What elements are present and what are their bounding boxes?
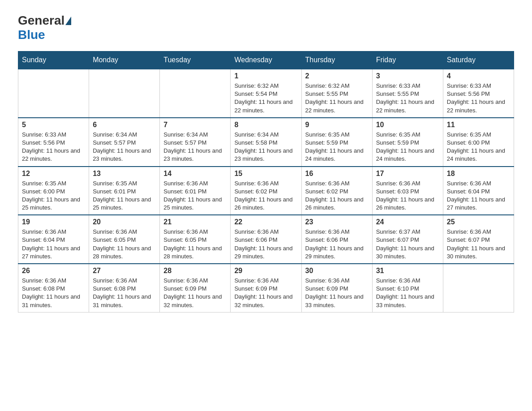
week-row-4: 19Sunrise: 6:36 AM Sunset: 6:04 PM Dayli… — [18, 215, 514, 264]
calendar-cell: 24Sunrise: 6:37 AM Sunset: 6:07 PM Dayli… — [372, 215, 443, 264]
day-number: 30 — [305, 267, 369, 275]
calendar-cell: 3Sunrise: 6:33 AM Sunset: 5:55 PM Daylig… — [372, 69, 443, 118]
day-number: 17 — [376, 170, 439, 178]
calendar-cell: 14Sunrise: 6:36 AM Sunset: 6:01 PM Dayli… — [160, 167, 231, 215]
day-number: 7 — [163, 121, 227, 129]
day-info: Sunrise: 6:34 AM Sunset: 5:57 PM Dayligh… — [93, 131, 156, 163]
calendar-cell: 12Sunrise: 6:35 AM Sunset: 6:00 PM Dayli… — [18, 167, 89, 215]
day-info: Sunrise: 6:35 AM Sunset: 5:59 PM Dayligh… — [376, 131, 439, 163]
page-header: General Blue — [18, 13, 514, 42]
day-info: Sunrise: 6:36 AM Sunset: 6:05 PM Dayligh… — [93, 228, 156, 261]
calendar-cell: 1Sunrise: 6:32 AM Sunset: 5:54 PM Daylig… — [231, 69, 301, 118]
calendar-cell: 22Sunrise: 6:36 AM Sunset: 6:06 PM Dayli… — [231, 215, 301, 264]
week-row-3: 12Sunrise: 6:35 AM Sunset: 6:00 PM Dayli… — [18, 167, 514, 215]
day-info: Sunrise: 6:36 AM Sunset: 6:04 PM Dayligh… — [22, 228, 85, 261]
day-number: 28 — [163, 267, 227, 275]
day-number: 19 — [22, 218, 85, 226]
weekday-header-sunday: Sunday — [18, 51, 89, 69]
calendar-cell: 31Sunrise: 6:36 AM Sunset: 6:10 PM Dayli… — [372, 264, 443, 312]
calendar-cell — [18, 69, 89, 118]
calendar-cell: 4Sunrise: 6:33 AM Sunset: 5:56 PM Daylig… — [443, 69, 514, 118]
calendar-cell: 26Sunrise: 6:36 AM Sunset: 6:08 PM Dayli… — [18, 264, 89, 312]
weekday-header-row: SundayMondayTuesdayWednesdayThursdayFrid… — [18, 51, 514, 69]
day-number: 12 — [22, 170, 85, 178]
calendar-cell: 9Sunrise: 6:35 AM Sunset: 5:59 PM Daylig… — [301, 118, 372, 167]
weekday-header-saturday: Saturday — [443, 51, 514, 69]
calendar-cell: 5Sunrise: 6:33 AM Sunset: 5:56 PM Daylig… — [18, 118, 89, 167]
day-number: 3 — [376, 72, 439, 80]
day-number: 2 — [305, 72, 369, 80]
calendar-cell: 18Sunrise: 6:36 AM Sunset: 6:04 PM Dayli… — [443, 167, 514, 215]
day-number: 20 — [93, 218, 156, 226]
day-info: Sunrise: 6:34 AM Sunset: 5:57 PM Dayligh… — [163, 131, 227, 163]
calendar-cell: 23Sunrise: 6:36 AM Sunset: 6:06 PM Dayli… — [301, 215, 372, 264]
day-number: 15 — [234, 170, 297, 178]
day-number: 11 — [447, 121, 510, 129]
logo-general-text: General — [18, 13, 64, 28]
day-info: Sunrise: 6:34 AM Sunset: 5:58 PM Dayligh… — [234, 131, 297, 163]
calendar-cell: 10Sunrise: 6:35 AM Sunset: 5:59 PM Dayli… — [372, 118, 443, 167]
day-number: 1 — [234, 72, 297, 80]
day-info: Sunrise: 6:32 AM Sunset: 5:55 PM Dayligh… — [305, 82, 369, 115]
calendar-cell: 21Sunrise: 6:36 AM Sunset: 6:05 PM Dayli… — [160, 215, 231, 264]
calendar-cell: 17Sunrise: 6:36 AM Sunset: 6:03 PM Dayli… — [372, 167, 443, 215]
day-number: 13 — [93, 170, 156, 178]
day-number: 4 — [447, 72, 510, 80]
day-info: Sunrise: 6:35 AM Sunset: 6:00 PM Dayligh… — [447, 131, 510, 163]
day-info: Sunrise: 6:36 AM Sunset: 6:01 PM Dayligh… — [163, 180, 227, 212]
day-info: Sunrise: 6:36 AM Sunset: 6:10 PM Dayligh… — [376, 277, 439, 309]
day-info: Sunrise: 6:37 AM Sunset: 6:07 PM Dayligh… — [376, 228, 439, 261]
day-info: Sunrise: 6:36 AM Sunset: 6:06 PM Dayligh… — [305, 228, 369, 261]
day-number: 22 — [234, 218, 297, 226]
day-number: 26 — [22, 267, 85, 275]
day-number: 5 — [22, 121, 85, 129]
calendar-cell — [160, 69, 231, 118]
weekday-header-friday: Friday — [372, 51, 443, 69]
calendar-cell: 27Sunrise: 6:36 AM Sunset: 6:08 PM Dayli… — [89, 264, 160, 312]
day-number: 16 — [305, 170, 369, 178]
day-info: Sunrise: 6:36 AM Sunset: 6:08 PM Dayligh… — [22, 277, 85, 309]
calendar-cell: 30Sunrise: 6:36 AM Sunset: 6:09 PM Dayli… — [301, 264, 372, 312]
day-info: Sunrise: 6:36 AM Sunset: 6:09 PM Dayligh… — [234, 277, 297, 309]
calendar-cell: 28Sunrise: 6:36 AM Sunset: 6:09 PM Dayli… — [160, 264, 231, 312]
day-info: Sunrise: 6:32 AM Sunset: 5:54 PM Dayligh… — [234, 82, 297, 115]
calendar-cell: 6Sunrise: 6:34 AM Sunset: 5:57 PM Daylig… — [89, 118, 160, 167]
weekday-header-thursday: Thursday — [301, 51, 372, 69]
day-number: 27 — [93, 267, 156, 275]
day-info: Sunrise: 6:36 AM Sunset: 6:05 PM Dayligh… — [163, 228, 227, 261]
day-info: Sunrise: 6:33 AM Sunset: 5:56 PM Dayligh… — [447, 82, 510, 115]
calendar-cell: 11Sunrise: 6:35 AM Sunset: 6:00 PM Dayli… — [443, 118, 514, 167]
day-info: Sunrise: 6:36 AM Sunset: 6:02 PM Dayligh… — [234, 180, 297, 212]
day-info: Sunrise: 6:36 AM Sunset: 6:02 PM Dayligh… — [305, 180, 369, 212]
weekday-header-monday: Monday — [89, 51, 160, 69]
day-info: Sunrise: 6:36 AM Sunset: 6:09 PM Dayligh… — [163, 277, 227, 309]
day-number: 10 — [376, 121, 439, 129]
day-number: 24 — [376, 218, 439, 226]
day-info: Sunrise: 6:36 AM Sunset: 6:03 PM Dayligh… — [376, 180, 439, 212]
weekday-header-tuesday: Tuesday — [160, 51, 231, 69]
calendar-cell: 15Sunrise: 6:36 AM Sunset: 6:02 PM Dayli… — [231, 167, 301, 215]
calendar-cell: 7Sunrise: 6:34 AM Sunset: 5:57 PM Daylig… — [160, 118, 231, 167]
calendar-cell — [443, 264, 514, 312]
calendar-cell: 16Sunrise: 6:36 AM Sunset: 6:02 PM Dayli… — [301, 167, 372, 215]
day-number: 8 — [234, 121, 297, 129]
logo-blue-text: Blue — [18, 28, 45, 42]
logo: General Blue — [18, 13, 72, 42]
day-number: 14 — [163, 170, 227, 178]
calendar-cell: 25Sunrise: 6:36 AM Sunset: 6:07 PM Dayli… — [443, 215, 514, 264]
week-row-2: 5Sunrise: 6:33 AM Sunset: 5:56 PM Daylig… — [18, 118, 514, 167]
logo-triangle-icon — [65, 17, 71, 25]
calendar-cell — [89, 69, 160, 118]
day-number: 31 — [376, 267, 439, 275]
day-info: Sunrise: 6:36 AM Sunset: 6:06 PM Dayligh… — [234, 228, 297, 261]
day-number: 18 — [447, 170, 510, 178]
day-info: Sunrise: 6:35 AM Sunset: 6:00 PM Dayligh… — [22, 180, 85, 212]
day-number: 9 — [305, 121, 369, 129]
day-number: 29 — [234, 267, 297, 275]
day-number: 21 — [163, 218, 227, 226]
day-number: 6 — [93, 121, 156, 129]
calendar-cell: 20Sunrise: 6:36 AM Sunset: 6:05 PM Dayli… — [89, 215, 160, 264]
day-info: Sunrise: 6:35 AM Sunset: 5:59 PM Dayligh… — [305, 131, 369, 163]
calendar-cell: 2Sunrise: 6:32 AM Sunset: 5:55 PM Daylig… — [301, 69, 372, 118]
calendar-cell: 8Sunrise: 6:34 AM Sunset: 5:58 PM Daylig… — [231, 118, 301, 167]
